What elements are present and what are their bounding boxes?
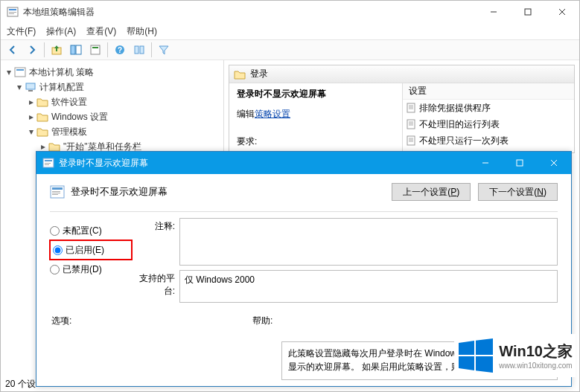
tree-admin-templates[interactable]: ▾ 管理模板 [4, 124, 220, 139]
computer-icon [25, 82, 36, 92]
tree-label: 软件设置 [51, 96, 87, 109]
menu-view[interactable]: 查看(V) [86, 25, 116, 38]
radio-input[interactable] [50, 226, 60, 236]
svg-rect-9 [71, 45, 75, 54]
edit-label: 编辑 [237, 109, 255, 119]
setting-label: 不处理只运行一次列表 [419, 135, 509, 147]
expand-icon[interactable]: ▸ [26, 97, 36, 107]
dialog-titlebar[interactable]: 登录时不显示欢迎屏幕 [36, 152, 571, 174]
svg-rect-45 [52, 194, 58, 195]
svg-rect-42 [52, 187, 63, 190]
folder-icon [36, 112, 48, 122]
up-button[interactable] [48, 41, 66, 59]
help-button[interactable]: ? [111, 41, 129, 59]
svg-rect-10 [76, 45, 81, 54]
radio-input[interactable] [50, 265, 60, 274]
tree-label: 计算机配置 [39, 81, 84, 94]
section-title-row: 登录 [229, 65, 574, 83]
tree-computer-config[interactable]: ▾ 计算机配置 [4, 80, 220, 94]
watermark-line2: www.win10xitong.com [499, 362, 573, 370]
dialog-maximize-button[interactable] [503, 152, 537, 174]
settings-list: 设置 排除凭据提供程序 不处理旧的运行列表 不处理只运行一次列表 [403, 83, 574, 152]
edit-policy-link[interactable]: 策略设置 [255, 109, 290, 119]
app-icon [7, 6, 19, 18]
svg-rect-16 [140, 46, 144, 54]
setting-item[interactable]: 排除凭据提供程序 [403, 100, 574, 116]
folder-icon [36, 97, 48, 107]
menu-file[interactable]: 文件(F) [7, 25, 36, 38]
next-setting-button[interactable]: 下一个设置(N) [478, 183, 558, 201]
document-icon [406, 135, 416, 146]
toolbar: ? [1, 39, 579, 60]
folder-icon [234, 69, 246, 80]
tree-windows-settings[interactable]: ▸ Windows 设置 [4, 109, 220, 124]
comment-row: 注释: [132, 218, 558, 266]
setting-item[interactable]: 不处理只运行一次列表 [403, 132, 574, 149]
back-button[interactable] [4, 41, 22, 59]
platform-label: 支持的平台: [132, 270, 179, 303]
svg-rect-5 [525, 9, 531, 15]
svg-rect-21 [407, 103, 415, 112]
svg-rect-3 [9, 13, 14, 14]
tree-root[interactable]: ▾ 本地计算机 策略 [4, 65, 220, 80]
radio-not-configured[interactable]: 未配置(C) [50, 221, 132, 240]
platform-row: 支持的平台: 仅 Windows 2000 [132, 270, 558, 303]
svg-rect-20 [28, 90, 33, 91]
policy-summary: 登录时不显示欢迎屏幕 编辑策略设置 要求: [229, 83, 403, 152]
dialog-header-row: 登录时不显示欢迎屏幕 上一个设置(P) 下一个设置(N) [50, 183, 558, 201]
forward-button[interactable] [23, 41, 41, 59]
tree-software[interactable]: ▸ 软件设置 [4, 94, 220, 109]
svg-text:?: ? [118, 46, 122, 54]
close-button[interactable] [545, 1, 579, 23]
radio-enabled[interactable]: 已启用(E) [50, 240, 132, 260]
setting-label: 不处理旧的运行列表 [419, 118, 500, 131]
settings-column-header[interactable]: 设置 [403, 83, 574, 100]
tree-label: 管理模板 [51, 126, 87, 138]
maximize-button[interactable] [511, 1, 545, 23]
svg-marker-47 [476, 338, 493, 355]
svg-rect-43 [52, 191, 60, 192]
edit-row: 编辑策略设置 [237, 108, 395, 121]
dialog-body: 登录时不显示欢迎屏幕 上一个设置(P) 下一个设置(N) 未配置(C) 已启用(… [36, 174, 571, 336]
main-titlebar: 本地组策略编辑器 [1, 1, 579, 23]
minimize-button[interactable] [477, 1, 511, 23]
dialog-window-controls [468, 152, 571, 174]
dialog-minimize-button[interactable] [468, 152, 503, 174]
windows-logo-icon [457, 337, 494, 374]
radio-disabled[interactable]: 已禁用(D) [50, 260, 132, 279]
menu-action[interactable]: 操作(A) [46, 25, 76, 38]
svg-rect-29 [407, 136, 415, 145]
setting-label: 排除凭据提供程序 [419, 102, 491, 115]
watermark: Win10之家 www.win10xitong.com [454, 334, 576, 377]
extended-view-button[interactable] [130, 41, 148, 59]
folder-icon [48, 141, 60, 152]
svg-marker-49 [476, 356, 493, 373]
expand-icon[interactable]: ▸ [26, 112, 36, 122]
lower-labels: 选项: 帮助: [50, 315, 558, 327]
radio-input[interactable] [53, 245, 63, 255]
right-header: 登录 登录时不显示欢迎屏幕 编辑策略设置 要求: 设置 [229, 65, 575, 153]
svg-rect-12 [92, 47, 98, 48]
comment-label: 注释: [132, 218, 179, 266]
dialog-close-button[interactable] [537, 152, 571, 174]
expand-icon[interactable]: ▾ [14, 82, 25, 92]
show-hide-tree-button[interactable] [67, 41, 85, 59]
setting-item[interactable]: 不处理旧的运行列表 [403, 116, 574, 132]
previous-setting-button[interactable]: 上一个设置(P) [392, 183, 471, 201]
svg-rect-18 [16, 69, 24, 71]
tree-label: 本地计算机 策略 [29, 66, 94, 79]
comment-input[interactable] [179, 218, 558, 266]
dialog-title: 登录时不显示欢迎屏幕 [59, 157, 468, 170]
expand-icon[interactable]: ▸ [38, 141, 48, 152]
window-controls [477, 1, 579, 23]
radio-label: 已禁用(D) [63, 263, 102, 276]
expand-icon[interactable]: ▾ [26, 126, 36, 137]
expand-icon[interactable]: ▾ [4, 67, 14, 77]
filter-button[interactable] [155, 41, 173, 59]
help-label: 帮助: [252, 315, 273, 327]
properties-button[interactable] [86, 41, 104, 59]
menu-help[interactable]: 帮助(H) [127, 25, 157, 38]
watermark-text: Win10之家 www.win10xitong.com [499, 341, 573, 370]
watermark-line1: Win10之家 [499, 341, 573, 362]
svg-rect-17 [15, 68, 25, 77]
